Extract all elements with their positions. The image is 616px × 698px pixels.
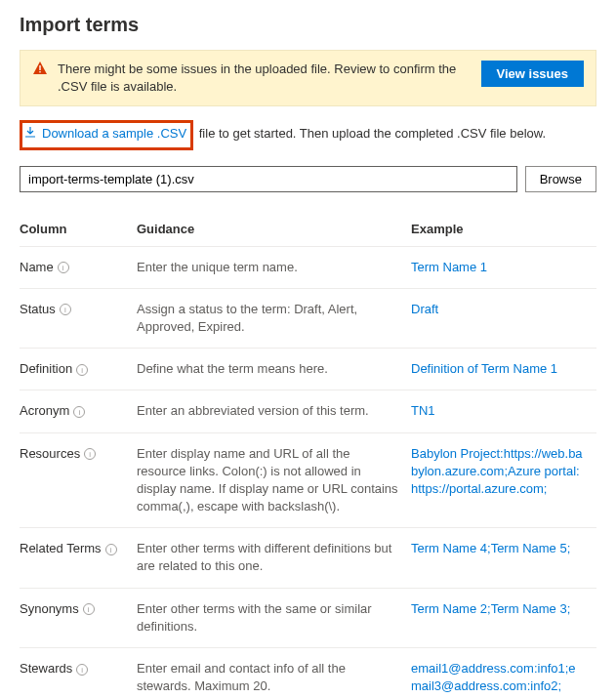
- row-example: Term Name 4;Term Name 5;: [411, 528, 596, 588]
- row-guidance: Enter email and contact info of all the …: [137, 648, 411, 699]
- page-title: Import terms: [20, 14, 596, 36]
- table-row: Related TermsiEnter other terms with dif…: [20, 528, 596, 588]
- svg-rect-1: [39, 71, 40, 72]
- download-icon: [24, 125, 36, 143]
- col-header-column: Column: [20, 212, 137, 247]
- view-issues-button[interactable]: View issues: [481, 61, 584, 87]
- download-sample-link[interactable]: Download a sample .CSV: [24, 125, 186, 143]
- info-icon[interactable]: i: [83, 603, 95, 615]
- download-suffix-text: file to get started. Then upload the com…: [195, 126, 546, 141]
- row-example: Definition of Term Name 1: [411, 349, 596, 390]
- row-guidance: Enter display name and URL of all the re…: [137, 432, 411, 528]
- example-link[interactable]: Term Name 4;Term Name 5;: [411, 541, 570, 555]
- warning-text: There might be some issues in the upload…: [58, 61, 472, 96]
- table-row: StewardsiEnter email and contact info of…: [20, 648, 596, 699]
- download-row: Download a sample .CSV file to get start…: [20, 120, 596, 149]
- browse-button[interactable]: Browse: [525, 166, 596, 192]
- row-example: Term Name 2;Term Name 3;: [411, 588, 596, 647]
- example-link[interactable]: TN1: [411, 403, 435, 418]
- info-icon[interactable]: i: [73, 406, 85, 418]
- row-guidance: Enter other terms with different definit…: [137, 528, 411, 588]
- row-name: Acronymi: [20, 390, 137, 432]
- row-name: Related Termsi: [20, 528, 137, 588]
- file-row: Browse: [20, 166, 596, 192]
- row-guidance: Assign a status to the term: Draft, Aler…: [137, 288, 411, 348]
- info-icon[interactable]: i: [76, 664, 88, 676]
- row-example: TN1: [411, 390, 596, 432]
- row-name: Synonymsi: [20, 588, 137, 647]
- row-example: Draft: [411, 288, 596, 348]
- row-guidance: Enter other terms with the same or simil…: [137, 588, 411, 647]
- info-icon[interactable]: i: [105, 544, 117, 555]
- info-icon[interactable]: i: [58, 262, 69, 273]
- row-guidance: Enter an abbreviated version of this ter…: [137, 390, 411, 432]
- row-name: Namei: [20, 246, 137, 288]
- warning-icon: [32, 61, 48, 79]
- example-link[interactable]: Term Name 1: [411, 260, 487, 274]
- row-name: Statusi: [20, 288, 137, 348]
- row-guidance: Define what the term means here.: [137, 349, 411, 390]
- example-link[interactable]: Term Name 2;Term Name 3;: [411, 601, 570, 616]
- example-link[interactable]: email1@address.com:info1;email3@address.…: [411, 661, 576, 693]
- download-link-text: Download a sample .CSV: [42, 125, 186, 143]
- guidance-table: Column Guidance Example NameiEnter the u…: [20, 212, 596, 698]
- table-row: DefinitioniDefine what the term means he…: [20, 349, 596, 390]
- row-guidance: Enter the unique term name.: [137, 246, 411, 288]
- row-name: Stewardsi: [20, 648, 137, 699]
- warning-bar: There might be some issues in the upload…: [20, 50, 596, 106]
- highlight-box: Download a sample .CSV: [20, 120, 193, 149]
- row-example: email1@address.com:info1;email3@address.…: [411, 648, 596, 699]
- example-link[interactable]: Babylon Project:https://web.babylon.azur…: [411, 446, 583, 496]
- example-link[interactable]: Definition of Term Name 1: [411, 361, 557, 376]
- row-example: Term Name 1: [411, 246, 596, 288]
- info-icon[interactable]: i: [60, 304, 71, 315]
- col-header-example: Example: [411, 212, 596, 247]
- info-icon[interactable]: i: [76, 364, 88, 376]
- file-path-input[interactable]: [20, 166, 517, 192]
- table-row: SynonymsiEnter other terms with the same…: [20, 588, 596, 647]
- table-row: AcronymiEnter an abbreviated version of …: [20, 390, 596, 432]
- row-example: Babylon Project:https://web.babylon.azur…: [411, 432, 596, 528]
- example-link[interactable]: Draft: [411, 302, 438, 316]
- row-name: Resourcesi: [20, 432, 137, 528]
- table-row: NameiEnter the unique term name.Term Nam…: [20, 246, 596, 288]
- row-name: Definitioni: [20, 349, 137, 390]
- info-icon[interactable]: i: [84, 448, 96, 460]
- table-row: StatusiAssign a status to the term: Draf…: [20, 288, 596, 348]
- svg-rect-0: [39, 65, 40, 70]
- table-row: ResourcesiEnter display name and URL of …: [20, 432, 596, 528]
- col-header-guidance: Guidance: [137, 212, 411, 247]
